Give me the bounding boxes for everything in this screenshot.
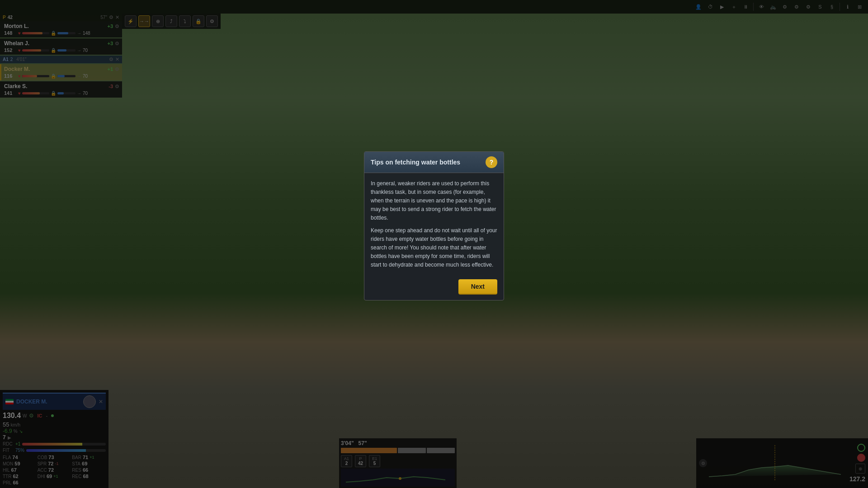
tip-body-paragraph1: In general, weaker riders are used to pe… bbox=[371, 179, 497, 223]
tip-modal: Tips on fetching water bottles ? In gene… bbox=[364, 151, 504, 301]
tip-modal-header: Tips on fetching water bottles ? bbox=[364, 152, 504, 173]
tip-body-paragraph2: Keep one step ahead and do not wait unti… bbox=[371, 226, 497, 270]
tip-modal-body: In general, weaker riders are used to pe… bbox=[364, 173, 504, 276]
tip-modal-footer: Next bbox=[364, 276, 504, 300]
next-button[interactable]: Next bbox=[458, 279, 497, 295]
tip-modal-icon-text: ? bbox=[490, 159, 494, 166]
tip-modal-title: Tips on fetching water bottles bbox=[371, 159, 460, 166]
tip-modal-question-icon: ? bbox=[486, 156, 497, 168]
modal-overlay: Tips on fetching water bottles ? In gene… bbox=[0, 0, 868, 488]
